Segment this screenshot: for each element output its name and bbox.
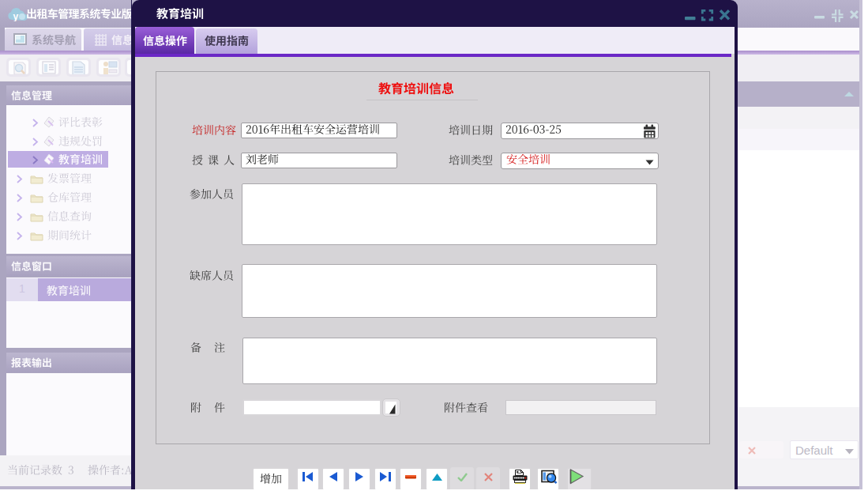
svg-text:y: y	[13, 11, 19, 21]
